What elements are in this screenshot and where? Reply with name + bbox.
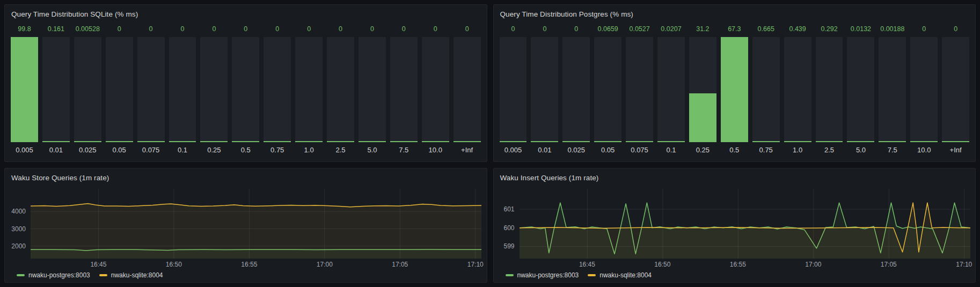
bar-value-label: 0 xyxy=(264,23,291,35)
legend-series-label: nwaku-sqlite:8004 xyxy=(111,271,163,279)
histogram-sqlite: 99.80.0050.1610.010.005280.02500.0500.07… xyxy=(5,22,487,161)
histogram-bar-fill xyxy=(390,141,418,142)
bar-value-label: 0 xyxy=(327,23,354,35)
histogram-bar xyxy=(500,37,527,142)
bar-bin-label: 10.0 xyxy=(910,142,938,157)
panel-title: Query Time Distribution Postgres (% ms) xyxy=(500,10,633,18)
bar-bin-label: 0.025 xyxy=(74,142,101,157)
histogram-bar-fill xyxy=(816,141,843,142)
bar-value-label: 99.8 xyxy=(11,23,38,35)
bar-bin-label: 7.5 xyxy=(390,142,418,157)
histogram-column: 010.0 xyxy=(910,23,938,157)
histogram-bar xyxy=(169,37,196,142)
bar-bin-label: 5.0 xyxy=(847,142,874,157)
bar-bin-label: 0.75 xyxy=(752,142,780,157)
histogram-column: 00.005 xyxy=(500,23,527,157)
x-tick-label: 17:05 xyxy=(392,261,408,268)
bar-bin-label: 0.01 xyxy=(531,142,558,157)
panel-title: Query Time Distribution SQLite (% ms) xyxy=(11,10,138,18)
histogram-bar xyxy=(721,37,748,142)
x-axis: 16:4516:5016:5517:0017:0517:10 xyxy=(520,259,970,269)
x-tick-label: 17:05 xyxy=(881,261,897,268)
legend: nwaku-postgres:8003nwaku-sqlite:8004 xyxy=(5,269,481,282)
histogram-bar xyxy=(264,37,291,142)
histogram-bar xyxy=(657,37,685,142)
histogram-column: 0.1610.01 xyxy=(42,23,70,157)
bar-bin-label: 0.05 xyxy=(594,142,621,157)
x-tick-label: 16:50 xyxy=(654,261,670,268)
bar-bin-label: 5.0 xyxy=(359,142,386,157)
histogram-bar-fill xyxy=(784,141,811,142)
timeseries-plot[interactable] xyxy=(31,189,481,259)
bar-value-label: 0.665 xyxy=(752,23,780,35)
histogram-column: 05.0 xyxy=(359,23,386,157)
histogram-bar xyxy=(626,37,653,142)
bar-bin-label: +Inf xyxy=(454,142,481,157)
histogram-column: 0.02070.1 xyxy=(657,23,685,157)
histogram-bar-fill xyxy=(562,141,590,142)
histogram-bar xyxy=(200,37,228,142)
y-tick-label: 3000 xyxy=(11,225,26,233)
histogram-bar xyxy=(327,37,354,142)
x-tick-label: 16:45 xyxy=(579,261,595,268)
histogram-column: 00.075 xyxy=(137,23,165,157)
histogram-bar xyxy=(74,37,101,142)
histogram-column: 0.001887.5 xyxy=(879,23,906,157)
histogram-column: 0+Inf xyxy=(942,23,969,157)
histogram-bar-fill xyxy=(200,141,228,142)
histogram-bar-fill xyxy=(42,141,70,142)
panel-header[interactable]: Waku Insert Queries (1m rate) xyxy=(494,168,976,186)
bar-value-label: 0.0659 xyxy=(594,23,621,35)
bar-value-label: 0 xyxy=(232,23,259,35)
panel-header[interactable]: Waku Store Queries (1m rate) xyxy=(5,168,487,186)
bar-bin-label: 0.25 xyxy=(689,142,716,157)
legend-item[interactable]: nwaku-postgres:8003 xyxy=(506,271,579,279)
histogram-bar xyxy=(137,37,165,142)
histogram-column: 00.05 xyxy=(106,23,133,157)
timeseries-plot[interactable] xyxy=(520,189,970,259)
legend-item[interactable]: nwaku-sqlite:8004 xyxy=(99,271,163,279)
bar-value-label: 0.0207 xyxy=(657,23,685,35)
bar-value-label: 0 xyxy=(942,23,969,35)
bar-bin-label: 1.0 xyxy=(784,142,811,157)
bar-bin-label: 0.1 xyxy=(657,142,685,157)
histogram-bar xyxy=(847,37,874,142)
x-tick-label: 17:10 xyxy=(956,261,972,268)
histogram-bar-fill xyxy=(137,141,165,142)
legend-item[interactable]: nwaku-sqlite:8004 xyxy=(588,271,652,279)
histogram-bar xyxy=(359,37,386,142)
histogram-column: 00.75 xyxy=(264,23,291,157)
histogram-bar-fill xyxy=(594,141,621,142)
histogram-column: 0.06590.05 xyxy=(594,23,621,157)
x-tick-label: 17:10 xyxy=(467,261,484,268)
bar-value-label: 0 xyxy=(422,23,449,35)
bar-bin-label: 0.75 xyxy=(264,142,291,157)
histogram-postgres: 00.00500.0100.0250.06590.050.05270.0750.… xyxy=(494,22,976,161)
bar-value-label: 0 xyxy=(531,23,558,35)
bar-value-label: 0 xyxy=(359,23,386,35)
histogram-bar-fill xyxy=(11,37,38,142)
histogram-column: 07.5 xyxy=(390,23,418,157)
bar-value-label: 0.0132 xyxy=(847,23,874,35)
x-tick-label: 16:55 xyxy=(241,261,257,268)
panel-header[interactable]: Query Time Distribution SQLite (% ms) xyxy=(5,5,487,22)
panel-query-time-distribution-postgres: Query Time Distribution Postgres (% ms) … xyxy=(493,4,976,162)
legend-item[interactable]: nwaku-postgres:8003 xyxy=(17,271,90,279)
panel-waku-store-queries: Waku Store Queries (1m rate) 20003000400… xyxy=(4,168,487,283)
legend-series-label: nwaku-sqlite:8004 xyxy=(599,271,652,279)
histogram-bar xyxy=(390,37,418,142)
legend-series-label: nwaku-postgres:8003 xyxy=(517,271,579,279)
histogram-column: 00.025 xyxy=(562,23,590,157)
y-tick-label: 2000 xyxy=(11,242,26,250)
histogram-bar-fill xyxy=(847,141,874,142)
panel-header[interactable]: Query Time Distribution Postgres (% ms) xyxy=(494,5,976,22)
histogram-bar xyxy=(910,37,938,142)
bar-value-label: 0.0527 xyxy=(626,23,653,35)
histogram-bar xyxy=(784,37,811,142)
histogram-column: 67.30.5 xyxy=(721,23,748,157)
y-axis: 200030004000 xyxy=(5,189,31,259)
histogram-bar xyxy=(879,37,906,142)
histogram-column: 00.25 xyxy=(200,23,228,157)
bar-bin-label: 0.075 xyxy=(626,142,653,157)
histogram-column: 00.1 xyxy=(169,23,196,157)
